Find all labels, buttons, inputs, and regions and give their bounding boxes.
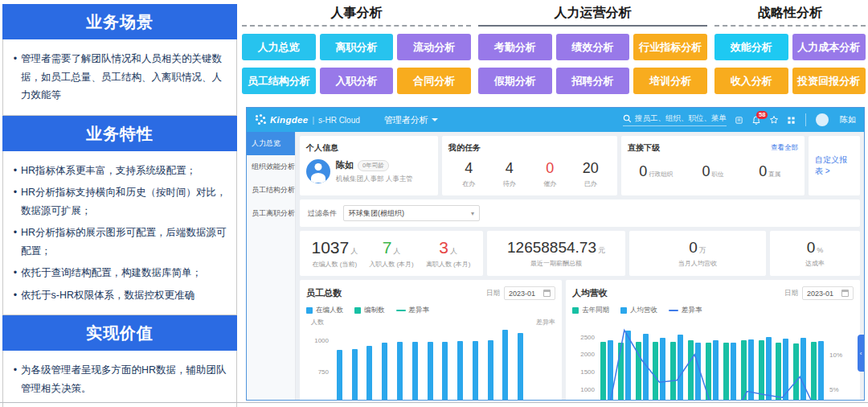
analysis-button[interactable]: 员工结构分析: [242, 68, 316, 94]
analysis-button[interactable]: 离职分析: [320, 34, 394, 60]
chart-bar: [643, 334, 649, 401]
chart-line: [598, 328, 826, 401]
calendar-icon: [841, 290, 849, 297]
task-stat[interactable]: 20 已办: [571, 160, 612, 188]
date-picker[interactable]: 日期 2023-01: [784, 286, 854, 300]
org-filter-select[interactable]: 环球集团(根组织) ▾: [343, 205, 480, 221]
bullet-item: •依托于查询结构配置，构建数据库简单；: [10, 264, 228, 282]
chart-bar: [748, 339, 754, 401]
employee-total-chart-card: 员工总数 日期 2023-01 在编人数编制数差异率 人数 差异率 100075…: [300, 280, 562, 401]
chart-bar: [759, 340, 764, 401]
view-all-link[interactable]: 查看全部: [771, 143, 798, 153]
favorites-star-icon[interactable]: [769, 115, 779, 125]
analysis-button[interactable]: 招聘分析: [556, 68, 630, 94]
analysis-button[interactable]: 行业指标分析: [633, 34, 707, 60]
section-title-value: 实现价值: [2, 315, 237, 351]
date-picker[interactable]: 日期 2023-01: [486, 286, 555, 300]
analysis-button[interactable]: 合同分析: [397, 68, 471, 94]
chart-bar: [723, 343, 729, 401]
category-buttons: 效能分析人力成本分析收入分析投资回报分析: [714, 34, 866, 94]
legend-item[interactable]: 编制数: [354, 306, 385, 315]
notifications-bell-icon[interactable]: 58: [751, 115, 761, 125]
bullet-dot: •: [10, 162, 21, 180]
chart-bar: [397, 342, 403, 401]
subordinate-stat: 0直属: [741, 163, 798, 180]
chart-bar: [713, 340, 719, 401]
dashboard-nav-item[interactable]: 组织效能分析: [247, 155, 295, 179]
bullet-item: •HR指标体系更丰富，支持系统级配置；: [10, 162, 228, 180]
chart-bar: [695, 343, 701, 401]
category-underline: [242, 25, 471, 27]
chart-legend: 在编人数编制数差异率: [306, 306, 555, 315]
topbar-right: 搜员工、组织、职位、菜单 58: [623, 113, 856, 126]
bullet-dot: •: [10, 224, 21, 260]
salary-total-card: 12658854.73元 最近一期薪酬总额: [487, 231, 625, 276]
analysis-button[interactable]: 考勤分析: [478, 34, 552, 60]
analysis-button[interactable]: 人力成本分析: [792, 34, 866, 60]
analysis-button[interactable]: 效能分析: [714, 34, 788, 60]
analysis-button[interactable]: 收入分析: [714, 68, 788, 94]
category-matrix: 人事分析 人力总览离职分析流动分析员工结构分析入职分析合同分析 人力运营分析 考…: [242, 5, 866, 94]
chart-bar: [670, 342, 676, 401]
headcount-metric: 3人 离职人数 (本月): [420, 238, 477, 269]
headcount-metric: 1037人 在编人数 (当前): [306, 238, 363, 269]
analysis-button[interactable]: 投资回报分析: [792, 68, 866, 94]
brand-name: Kingdee: [270, 115, 308, 125]
analysis-button[interactable]: 流动分析: [397, 34, 471, 60]
chart-bar: [502, 330, 508, 401]
dashboard-topbar: Kingdee | s-HR Cloud 管理者分析 搜员工、组织、职位、菜单: [247, 108, 864, 132]
subordinate-stat: 0行政组织: [628, 163, 685, 180]
filter-card: 过滤条件 环球集团(根组织) ▾: [300, 199, 860, 227]
legend-item[interactable]: 在编人数: [306, 306, 343, 315]
search-icon: [623, 114, 632, 123]
category-title: 战略性分析: [714, 5, 866, 25]
task-stat[interactable]: 4 待办: [489, 160, 530, 188]
chart-bar: [442, 342, 448, 401]
row-charts: 员工总数 日期 2023-01 在编人数编制数差异率 人数 差异率 100075…: [300, 280, 860, 401]
category-underline: [478, 25, 707, 27]
legend-item[interactable]: 人均营收: [620, 306, 657, 315]
legend-item[interactable]: 差异率: [396, 306, 430, 315]
chart-legend: 去年同期人均营收差异率: [572, 306, 854, 315]
chart-bar: [741, 340, 747, 401]
category-buttons: 人力总览离职分析流动分析员工结构分析入职分析合同分析: [242, 34, 471, 94]
dashboard-nav-item[interactable]: 员工离职分析: [247, 202, 295, 225]
chart-bar: [625, 331, 631, 401]
topbar-menu-manager-analysis[interactable]: 管理者分析: [384, 114, 438, 126]
section-title-business-features: 业务特性: [2, 116, 237, 151]
subordinate-stats: 0行政组织 0职位 0直属: [628, 163, 798, 180]
dashboard-nav-item[interactable]: 人力总览: [247, 132, 295, 155]
category-group-strategic: 战略性分析 效能分析人力成本分析收入分析投资回报分析: [714, 5, 866, 94]
global-search-input[interactable]: 搜员工、组织、职位、菜单: [623, 113, 727, 126]
user-name[interactable]: 陈如: [840, 114, 856, 125]
legend-item[interactable]: 去年同期: [572, 306, 609, 315]
chart-bar: [457, 341, 463, 401]
bullet-item: •管理者需要了解团队情况和人员相关的关键数据，如员工总量、员工结构、入离职情况、…: [10, 50, 228, 105]
filter-label: 过滤条件: [308, 208, 337, 219]
legend-item[interactable]: 差异率: [669, 306, 702, 315]
workbench-icon[interactable]: [735, 116, 743, 125]
chart-title: 人均营收: [572, 287, 608, 299]
bottom-rule: [0, 402, 868, 403]
bullet-dot: •: [10, 286, 21, 305]
analysis-button[interactable]: 假期分析: [478, 68, 552, 94]
analysis-button[interactable]: 入职分析: [320, 68, 394, 94]
custom-report-card: 自定义报表 >: [809, 136, 860, 195]
category-underline: [714, 25, 866, 27]
chart-bar: [818, 341, 824, 401]
achievement-rate-card: 0% 达成率: [770, 231, 860, 276]
task-stat[interactable]: 4 在办: [448, 160, 489, 188]
dashboard-nav-item[interactable]: 员工结构分析: [247, 179, 295, 202]
chart-bar: [382, 343, 387, 401]
analysis-button[interactable]: 培训分析: [633, 68, 707, 94]
row-overview-cards: 个人信息 陈如 0年司龄 机械集团人事部 人事主管 我的任务: [300, 136, 860, 195]
chart-bar: [366, 346, 372, 401]
user-avatar[interactable]: [816, 113, 829, 126]
custom-report-link[interactable]: 自定义报表 >: [815, 154, 854, 177]
apps-grid-icon[interactable]: [787, 116, 796, 125]
collapse-handle[interactable]: ‹: [858, 335, 864, 372]
analysis-button[interactable]: 绩效分析: [556, 34, 630, 60]
task-stat[interactable]: 0 催办: [530, 160, 571, 188]
row-metrics: 1037人 在编人数 (当前) 7人 入职人数 (本月) 3人 离职人数 (本月…: [300, 231, 860, 276]
analysis-button[interactable]: 人力总览: [242, 34, 316, 60]
